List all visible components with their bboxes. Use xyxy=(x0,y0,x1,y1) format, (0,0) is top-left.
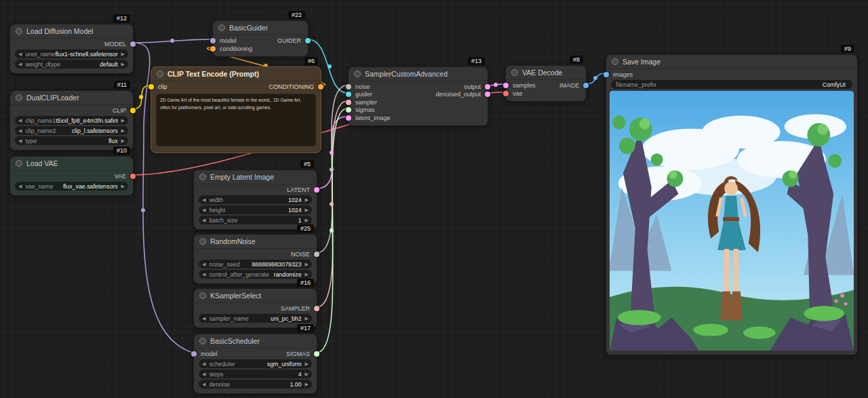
prev-value-icon[interactable]: ◀ xyxy=(202,207,205,213)
input-port-samples[interactable] xyxy=(503,83,509,88)
prompt-textarea[interactable]: 2D Game Art of the most beautiful female… xyxy=(156,94,316,146)
node-samplercustomadvanced[interactable]: #13 SamplerCustomAdvanced noise output g… xyxy=(348,66,488,126)
input-port-latent-image[interactable] xyxy=(346,115,351,121)
next-value-icon[interactable]: ▶ xyxy=(305,382,309,387)
collapse-dot-icon[interactable] xyxy=(16,94,22,101)
collapse-dot-icon[interactable] xyxy=(511,69,518,76)
prev-value-icon[interactable]: ◀ xyxy=(202,272,205,277)
input-port-guider[interactable] xyxy=(346,92,351,97)
node-title-bar[interactable]: Load VAE xyxy=(10,157,133,171)
output-port-noise[interactable] xyxy=(314,252,319,257)
next-value-icon[interactable]: ▶ xyxy=(121,118,125,123)
node-load-vae[interactable]: #10 Load VAE VAE ◀ vae_name flux_vae.saf… xyxy=(9,156,134,196)
next-value-icon[interactable]: ▶ xyxy=(121,128,125,134)
widget-scheduler[interactable]: ◀ scheduler sgm_uniform ▶ xyxy=(199,359,312,368)
collapse-dot-icon[interactable] xyxy=(218,24,225,31)
prev-value-icon[interactable]: ◀ xyxy=(202,316,205,321)
output-port-conditioning[interactable] xyxy=(318,84,323,89)
next-value-icon[interactable]: ▶ xyxy=(305,197,309,203)
output-port-clip[interactable] xyxy=(130,108,136,113)
input-port-sigmas[interactable] xyxy=(346,107,351,113)
collapse-dot-icon[interactable] xyxy=(157,71,163,77)
next-value-icon[interactable]: ▶ xyxy=(121,138,125,144)
node-ksamplerselect[interactable]: #16 KSamplerSelect SAMPLER ◀ sampler_nam… xyxy=(193,288,317,328)
next-value-icon[interactable]: ▶ xyxy=(305,272,309,277)
output-port-denoised-output[interactable] xyxy=(485,92,490,97)
output-port-sampler[interactable] xyxy=(314,306,319,311)
prev-value-icon[interactable]: ◀ xyxy=(18,62,22,67)
node-clip-text-encode[interactable]: #6 CLIP Text Encode (Prompt) clip CONDIT… xyxy=(151,66,321,153)
input-port-sampler[interactable] xyxy=(346,100,351,105)
node-empty-latent-image[interactable]: #5 Empty Latent Image LATENT ◀ width 102… xyxy=(193,170,317,230)
output-port-vae[interactable] xyxy=(130,174,136,179)
node-basicguider[interactable]: #22 BasicGuider model GUIDER conditionin… xyxy=(212,20,309,57)
widget-control-after-generate[interactable]: ◀ control_after_generate randomize ▶ xyxy=(199,270,312,279)
widget-denoise[interactable]: ◀ denoise 1.00 ▶ xyxy=(199,380,312,389)
collapse-dot-icon[interactable] xyxy=(199,238,206,245)
widget-width[interactable]: ◀ width 1024 ▶ xyxy=(199,195,312,204)
output-port-guider[interactable] xyxy=(305,38,311,43)
node-title-bar[interactable]: VAE Decode xyxy=(506,66,586,80)
input-port-conditioning[interactable] xyxy=(210,46,216,52)
prev-value-icon[interactable]: ◀ xyxy=(202,361,205,367)
widget-type[interactable]: ◀ type flux ▶ xyxy=(15,136,128,145)
widget-noise-seed[interactable]: ◀ noise_seed 888889983079323 ▶ xyxy=(199,260,312,268)
node-load-diffusion-model[interactable]: #12 Load Diffusion Model MODEL ◀ unet_na… xyxy=(9,24,134,74)
node-title-bar[interactable]: Empty Latent Image xyxy=(194,170,317,184)
output-port-sigmas[interactable] xyxy=(314,351,319,357)
widget-unet-name[interactable]: ◀ unet_name flux1-schnell.safetensors ▶ xyxy=(15,49,128,58)
output-port-latent[interactable] xyxy=(314,187,319,193)
widget-clip-name2[interactable]: ◀ clip_name2 clip_l.safetensors ▶ xyxy=(15,126,128,135)
collapse-dot-icon[interactable] xyxy=(199,338,206,344)
prev-value-icon[interactable]: ◀ xyxy=(202,372,205,377)
next-value-icon[interactable]: ▶ xyxy=(121,52,125,57)
node-basicscheduler[interactable]: #17 BasicScheduler model SIGMAS ◀ schedu… xyxy=(193,334,317,394)
next-value-icon[interactable]: ▶ xyxy=(305,361,309,367)
collapse-dot-icon[interactable] xyxy=(354,71,361,77)
output-port-output[interactable] xyxy=(485,84,490,89)
next-value-icon[interactable]: ▶ xyxy=(121,184,125,189)
node-title-bar[interactable]: BasicScheduler xyxy=(194,334,317,349)
node-title-bar[interactable]: RandomNoise xyxy=(194,235,317,249)
prev-value-icon[interactable]: ◀ xyxy=(18,52,22,57)
widget-steps[interactable]: ◀ steps 4 ▶ xyxy=(199,370,312,378)
input-port-model[interactable] xyxy=(191,351,197,357)
node-title-bar[interactable]: KSamplerSelect xyxy=(194,289,317,303)
prev-value-icon[interactable]: ◀ xyxy=(202,382,205,387)
collapse-dot-icon[interactable] xyxy=(612,58,618,65)
node-title-bar[interactable]: CLIP Text Encode (Prompt) xyxy=(151,67,321,81)
next-value-icon[interactable]: ▶ xyxy=(305,207,309,213)
prev-value-icon[interactable]: ◀ xyxy=(202,262,205,267)
next-value-icon[interactable]: ▶ xyxy=(121,62,125,67)
widget-vae-name[interactable]: ◀ vae_name flux_vae.safetensors ▶ xyxy=(15,182,128,191)
prev-value-icon[interactable]: ◀ xyxy=(18,128,22,134)
widget-filename-prefix[interactable]: filename_prefix ComfyUI xyxy=(611,80,852,89)
prev-value-icon[interactable]: ◀ xyxy=(202,197,205,203)
next-value-icon[interactable]: ▶ xyxy=(305,316,309,321)
input-port-model[interactable] xyxy=(210,38,216,43)
node-title-bar[interactable]: Save Image xyxy=(606,55,857,69)
collapse-dot-icon[interactable] xyxy=(199,292,206,299)
prev-value-icon[interactable]: ◀ xyxy=(202,218,205,223)
node-dualcliploader[interactable]: #11 DualCLIPLoader CLIP ◀ clip_name1 t5x… xyxy=(9,90,134,151)
next-value-icon[interactable]: ▶ xyxy=(305,262,309,267)
node-title-bar[interactable]: BasicGuider xyxy=(213,21,308,35)
prev-value-icon[interactable]: ◀ xyxy=(18,184,22,189)
node-title-bar[interactable]: Load Diffusion Model xyxy=(10,24,133,39)
widget-height[interactable]: ◀ height 1024 ▶ xyxy=(199,205,312,214)
node-randomnoise[interactable]: #25 RandomNoise NOISE ◀ noise_seed 88888… xyxy=(193,234,317,284)
collapse-dot-icon[interactable] xyxy=(16,28,22,35)
input-port-clip[interactable] xyxy=(149,84,154,89)
next-value-icon[interactable]: ▶ xyxy=(305,218,309,223)
prev-value-icon[interactable]: ◀ xyxy=(18,138,22,144)
collapse-dot-icon[interactable] xyxy=(16,160,22,167)
node-vae-decode[interactable]: #8 VAE Decode samples IMAGE vae xyxy=(505,65,587,102)
node-title-bar[interactable]: SamplerCustomAdvanced xyxy=(349,67,488,81)
node-title-bar[interactable]: DualCLIPLoader xyxy=(10,91,133,105)
widget-weight-dtype[interactable]: ◀ weight_dtype default ▶ xyxy=(15,60,128,68)
prev-value-icon[interactable]: ◀ xyxy=(18,118,22,123)
input-port-noise[interactable] xyxy=(346,84,351,89)
next-value-icon[interactable]: ▶ xyxy=(305,372,309,377)
output-port-model[interactable] xyxy=(130,41,136,47)
widget-sampler-name[interactable]: ◀ sampler_name uni_pc_bh2 ▶ xyxy=(199,314,312,323)
